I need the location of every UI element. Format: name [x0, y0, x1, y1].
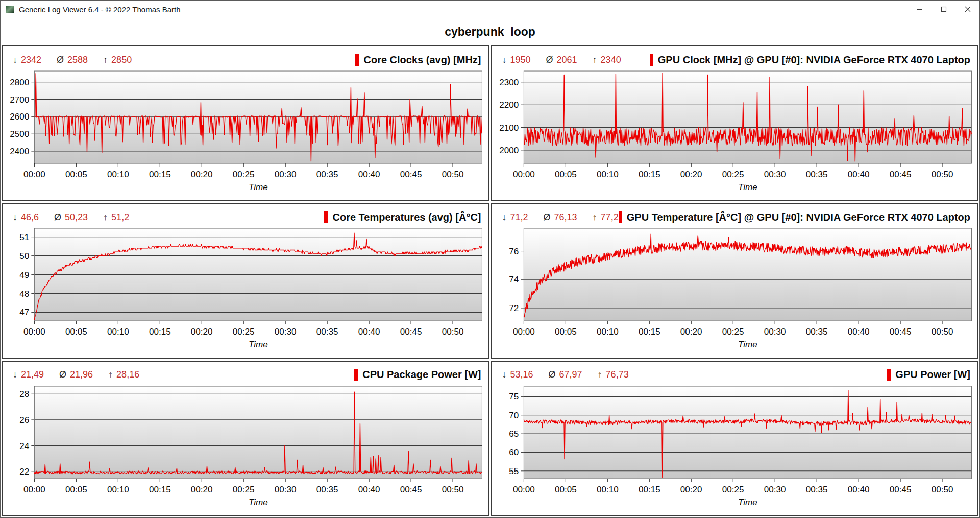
chart-stats: ↓2342 Ø2588 ↑2850	[13, 55, 132, 65]
minimize-button[interactable]	[908, 1, 932, 18]
x-ticks	[34, 479, 453, 482]
plot-background	[524, 228, 971, 321]
x-tick-label: 00:35	[805, 485, 827, 495]
stat-min-value: 53,16	[510, 369, 533, 380]
chart-legend: GPU Clock [MHz] @ GPU [#0]: NVIDIA GeFor…	[650, 54, 970, 66]
chart-plot[interactable]: 72747600:0000:0500:1000:1500:2000:2500:3…	[492, 225, 978, 351]
chart-title: Core Temperatures (avg) [Â°C]	[332, 211, 481, 223]
x-tick-label: 00:50	[931, 170, 953, 179]
x-tick-label: 00:20	[680, 485, 702, 495]
x-axis-title: Time	[738, 182, 757, 192]
chart-title: GPU Clock [MHz] @ GPU [#0]: NVIDIA GeFor…	[658, 54, 970, 66]
y-tick-label: 2500	[10, 129, 29, 139]
y-tick-label: 24	[19, 441, 29, 451]
x-tick-label: 00:50	[931, 327, 953, 337]
x-axis-title: Time	[249, 182, 268, 192]
stat-max-value: 2340	[601, 55, 621, 65]
x-tick-label: 00:05	[65, 170, 87, 179]
average-icon: Ø	[59, 369, 66, 380]
chart-plot[interactable]: 474849505100:0000:0500:1000:1500:2000:25…	[3, 225, 488, 351]
x-ticks	[34, 163, 453, 167]
average-icon: Ø	[54, 212, 61, 222]
maximize-icon	[941, 6, 947, 12]
stat-min: ↓2342	[13, 55, 41, 65]
chart-title: Core Clocks (avg) [MHz]	[363, 54, 481, 66]
max-arrow-icon: ↑	[103, 212, 108, 222]
x-tick-label: 00:30	[764, 170, 786, 179]
max-arrow-icon: ↑	[108, 369, 113, 380]
x-axis-title: Time	[249, 340, 268, 350]
chart-plot[interactable]: 2224262800:0000:0500:1000:1500:2000:2500…	[3, 383, 488, 509]
x-tick-label: 00:05	[554, 327, 576, 337]
y-tick-label: 65	[509, 429, 519, 439]
x-tick-label: 00:15	[638, 485, 660, 495]
x-tick-label: 00:25	[233, 327, 255, 337]
chart-legend: GPU Power [W]	[887, 369, 970, 381]
y-tick-label: 2800	[10, 78, 29, 87]
x-axis-labels: 00:0000:0500:1000:1500:2000:2500:3000:35…	[23, 485, 463, 495]
y-tick-label: 76	[509, 247, 519, 256]
chart-plot[interactable]: 556065707500:0000:0500:1000:1500:2000:25…	[492, 383, 978, 509]
x-tick-label: 00:10	[596, 485, 618, 495]
chart-title: GPU Temperature [Â°C] @ GPU [#0]: NVIDIA…	[627, 211, 970, 223]
stat-max-value: 28,16	[116, 369, 139, 380]
stat-max: ↑76,73	[598, 369, 629, 380]
close-button[interactable]	[955, 1, 979, 18]
x-tick-label: 00:50	[931, 485, 953, 495]
x-tick-label: 00:15	[638, 170, 660, 179]
min-arrow-icon: ↓	[502, 369, 507, 380]
x-ticks	[524, 479, 942, 482]
chart-header: ↓46,6 Ø50,23 ↑51,2 Core Temperatures (av…	[3, 204, 488, 225]
x-tick-label: 00:20	[191, 170, 213, 179]
x-tick-label: 00:40	[358, 327, 380, 337]
x-tick-label: 00:45	[400, 170, 422, 179]
y-tick-label: 2200	[499, 100, 519, 110]
stat-max-value: 51,2	[111, 212, 129, 222]
x-tick-label: 00:45	[400, 485, 422, 495]
chart-stats: ↓46,6 Ø50,23 ↑51,2	[13, 212, 129, 223]
window-controls	[908, 1, 979, 18]
x-tick-label: 00:45	[889, 327, 911, 337]
chart-stats: ↓71,2 Ø76,13 ↑77,2	[502, 212, 619, 223]
x-tick-label: 00:30	[764, 327, 786, 337]
y-axis-labels: 24002500260027002800	[10, 78, 29, 156]
x-tick-label: 00:15	[149, 170, 171, 179]
x-axis-labels: 00:0000:0500:1000:1500:2000:2500:3000:35…	[512, 170, 952, 179]
chart-plot[interactable]: 2400250026002700280000:0000:0500:1000:15…	[3, 68, 488, 194]
series-color-swatch	[887, 369, 891, 381]
y-axis-labels: 4748495051	[19, 232, 29, 318]
y-tick-label: 60	[509, 448, 519, 457]
series-color-swatch	[355, 54, 359, 66]
chart-plot[interactable]: 200021002200230000:0000:0500:1000:1500:2…	[492, 68, 978, 194]
chart-header: ↓1950 Ø2061 ↑2340 GPU Clock [MHz] @ GPU …	[492, 46, 978, 68]
x-tick-label: 00:45	[889, 170, 911, 179]
chart-title: GPU Power [W]	[895, 369, 970, 381]
stat-max-value: 77,2	[601, 212, 619, 222]
x-tick-label: 00:35	[316, 170, 338, 179]
stat-min-value: 21,49	[21, 369, 44, 380]
charts-grid: ↓2342 Ø2588 ↑2850 Core Clocks (avg) [MHz…	[1, 45, 979, 517]
chart-header: ↓21,49 Ø21,96 ↑28,16 CPU Package Power […	[3, 362, 488, 383]
x-tick-label: 00:30	[275, 485, 297, 495]
x-tick-label: 00:15	[149, 327, 171, 337]
stat-avg: Ø50,23	[54, 212, 88, 223]
window-title: Generic Log Viewer 6.4 - © 2022 Thomas B…	[19, 5, 181, 14]
chart-stats: ↓21,49 Ø21,96 ↑28,16	[13, 369, 139, 380]
stat-avg: Ø2588	[57, 55, 88, 65]
stat-avg-value: 67,97	[559, 369, 582, 380]
series-color-swatch	[650, 54, 653, 66]
x-ticks	[34, 321, 453, 324]
maximize-button[interactable]	[932, 1, 955, 18]
x-tick-label: 00:40	[847, 170, 869, 179]
chart-panel: ↓1950 Ø2061 ↑2340 GPU Clock [MHz] @ GPU …	[491, 45, 979, 201]
x-axis-title: Time	[249, 498, 268, 507]
chart-panel: ↓71,2 Ø76,13 ↑77,2 GPU Temperature [Â°C]…	[491, 203, 979, 359]
chart-stats: ↓1950 Ø2061 ↑2340	[502, 55, 621, 65]
title-bar[interactable]: Generic Log Viewer 6.4 - © 2022 Thomas B…	[1, 1, 979, 18]
x-tick-label: 00:25	[722, 327, 744, 337]
stat-avg-value: 50,23	[65, 212, 88, 222]
min-arrow-icon: ↓	[13, 55, 17, 65]
chart-header: ↓71,2 Ø76,13 ↑77,2 GPU Temperature [Â°C]…	[492, 204, 978, 225]
x-tick-label: 00:00	[512, 327, 534, 337]
x-axis-title: Time	[738, 340, 757, 350]
